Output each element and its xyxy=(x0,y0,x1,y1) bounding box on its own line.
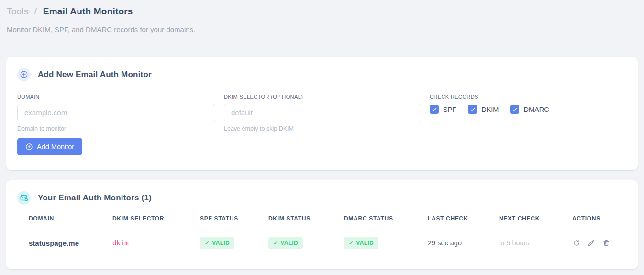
column-header-dkim-selector: DKIM SELECTOR xyxy=(112,213,200,229)
dkim-selector-field: DKIM SELECTOR (OPTIONAL) Leave empty to … xyxy=(224,94,421,132)
checkbox-spf-label: SPF xyxy=(443,106,456,113)
check-icon: ✓ xyxy=(205,240,210,246)
plus-circle-icon xyxy=(25,143,33,151)
column-header-spf-status: SPF STATUS xyxy=(200,213,268,229)
dkim-status-badge: ✓ VALID xyxy=(268,237,303,249)
column-header-next-check: NEXT CHECK xyxy=(499,213,572,229)
check-icon: ✓ xyxy=(349,240,354,246)
cell-actions xyxy=(572,229,627,257)
column-header-dkim-status: DKIM STATUS xyxy=(268,213,344,229)
column-header-last-check: LAST CHECK xyxy=(428,213,499,229)
spf-status-badge: ✓ VALID xyxy=(200,237,234,249)
checkbox-spf[interactable]: SPF xyxy=(430,105,456,114)
checkbox-dmarc-label: DMARC xyxy=(523,106,549,113)
monitors-card: Your Email Auth Monitors (1) DOMAIN DKIM… xyxy=(6,180,638,269)
monitors-card-header: Your Email Auth Monitors (1) xyxy=(17,191,627,205)
cell-dkim-selector: dkim xyxy=(112,229,200,257)
add-card-header: Add New Email Auth Monitor xyxy=(17,68,627,81)
cell-domain: statuspage.me xyxy=(17,229,112,257)
breadcrumb: Tools / Email Auth Monitors xyxy=(7,6,637,17)
dkim-selector-input[interactable] xyxy=(224,104,421,121)
breadcrumb-tools-link[interactable]: Tools xyxy=(7,6,28,16)
monitors-table: DOMAIN DKIM SELECTOR SPF STATUS DKIM STA… xyxy=(17,213,627,257)
check-records-label: CHECK RECORDS xyxy=(430,94,627,99)
check-records-group: CHECK RECORDS SPF DKIM xyxy=(430,94,627,132)
cell-last-check: 29 sec ago xyxy=(428,229,499,257)
page-subtitle: Monitor DKIM, SPF, and DMARC records for… xyxy=(7,25,637,33)
column-header-actions: ACTIONS xyxy=(572,213,627,229)
add-monitor-form: DOMAIN Domain to monitor DKIM SELECTOR (… xyxy=(17,94,627,132)
column-header-dmarc-status: DMARC STATUS xyxy=(344,213,428,229)
add-monitor-button[interactable]: Add Monitor xyxy=(17,138,82,155)
dmarc-status-badge: ✓ VALID xyxy=(344,237,378,249)
refresh-button[interactable] xyxy=(572,239,581,247)
dmarc-status-text: VALID xyxy=(356,240,374,246)
domain-helper: Domain to monitor xyxy=(17,125,215,132)
domain-label: DOMAIN xyxy=(17,94,215,99)
refresh-icon xyxy=(573,239,580,247)
checkbox-checked-icon xyxy=(510,105,519,114)
check-icon: ✓ xyxy=(273,240,278,246)
checkbox-checked-icon xyxy=(468,105,477,114)
checkbox-checked-icon xyxy=(430,105,439,114)
plus-circle-icon xyxy=(17,68,31,81)
edit-button[interactable] xyxy=(587,239,596,247)
dkim-selector-helper: Leave empty to skip DKIM xyxy=(224,125,421,132)
breadcrumb-separator: / xyxy=(34,6,37,16)
table-header-row: DOMAIN DKIM SELECTOR SPF STATUS DKIM STA… xyxy=(17,213,627,229)
page-title: Email Auth Monitors xyxy=(43,6,133,16)
pencil-icon xyxy=(588,239,595,247)
add-monitor-button-label: Add Monitor xyxy=(37,143,74,151)
envelope-check-icon xyxy=(17,191,31,205)
table-row: statuspage.me dkim ✓ VALID ✓ VALID xyxy=(17,229,627,257)
cell-spf-status: ✓ VALID xyxy=(200,229,268,257)
monitors-card-title: Your Email Auth Monitors (1) xyxy=(38,193,152,203)
domain-input[interactable] xyxy=(17,104,215,121)
dkim-status-text: VALID xyxy=(280,240,298,246)
delete-button[interactable] xyxy=(602,239,611,247)
column-header-domain: DOMAIN xyxy=(17,213,112,229)
checkbox-dmarc[interactable]: DMARC xyxy=(510,105,549,114)
page-header: Tools / Email Auth Monitors Monitor DKIM… xyxy=(0,0,644,33)
trash-icon xyxy=(602,239,610,247)
cell-next-check: in 5 hours xyxy=(499,229,572,257)
cell-dkim-status: ✓ VALID xyxy=(268,229,344,257)
spf-status-text: VALID xyxy=(212,240,230,246)
add-card-title: Add New Email Auth Monitor xyxy=(38,70,152,79)
add-monitor-card: Add New Email Auth Monitor DOMAIN Domain… xyxy=(6,57,638,170)
checkbox-dkim-label: DKIM xyxy=(481,106,499,113)
check-records-row: SPF DKIM DMARC xyxy=(430,105,627,114)
row-actions xyxy=(572,239,623,247)
checkbox-dkim[interactable]: DKIM xyxy=(468,105,499,114)
cell-dmarc-status: ✓ VALID xyxy=(344,229,428,257)
dkim-selector-label: DKIM SELECTOR (OPTIONAL) xyxy=(224,94,421,99)
domain-field: DOMAIN Domain to monitor xyxy=(17,94,215,132)
